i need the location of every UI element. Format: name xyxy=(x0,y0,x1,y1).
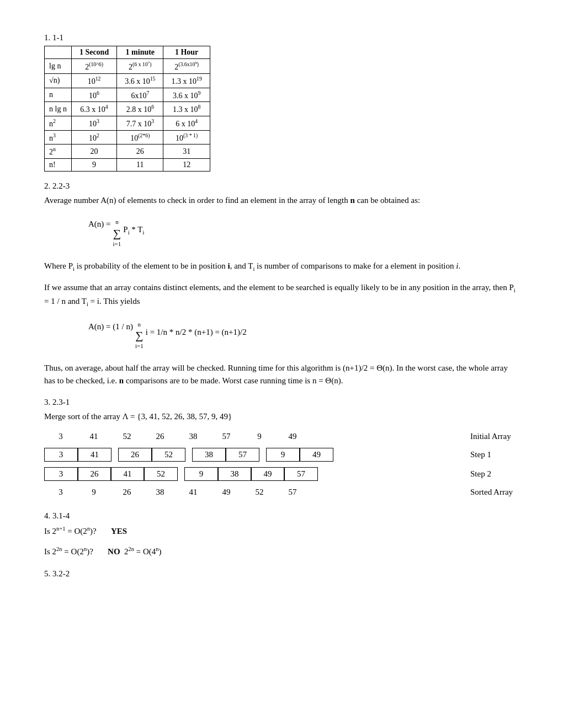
formula2-lhs: A(n) = (1 / n) xyxy=(88,319,133,334)
section-2-para3: If we assume that an array contains dist… xyxy=(44,281,519,309)
cell-0: 3 xyxy=(44,431,77,442)
section-2-para1: Average number A(n) of elements to check… xyxy=(44,194,519,207)
cell-s6: 52 xyxy=(243,486,276,498)
section-2-para4: Thus, on average, about half the array w… xyxy=(44,362,519,388)
section-2-para2: Where Pi is probability of the element t… xyxy=(44,260,519,274)
formula-sum: n ∑ i=1 xyxy=(113,217,121,250)
table-row: n3 102 10(2*6) 10(3 * 1) xyxy=(45,130,210,144)
step1-groups: 3 41 26 52 38 57 9 49 xyxy=(44,448,464,462)
cell: 52 xyxy=(144,468,177,480)
cell: 9 xyxy=(267,448,300,461)
table-cell: 7.7 x 103 xyxy=(117,116,163,130)
table-cell: 3.6 x 1015 xyxy=(117,73,163,88)
section-4-title: 4. 3.1-4 xyxy=(44,511,519,521)
cell: 49 xyxy=(300,448,333,461)
formula2-sum: n ∑ i=1 xyxy=(135,319,144,352)
step1-label: Step 1 xyxy=(464,450,519,459)
step1-group-2: 26 52 xyxy=(118,448,185,462)
sorted-array-cells: 3 9 26 38 41 49 52 57 xyxy=(44,486,464,498)
cell: 41 xyxy=(111,468,144,480)
table-cell: 6.3 x 104 xyxy=(71,102,116,116)
step2-label: Step 2 xyxy=(464,469,519,479)
formula-2: A(n) = (1 / n) n ∑ i=1 i = 1/n * n/2 * (… xyxy=(88,319,519,352)
row-label: n xyxy=(45,88,72,102)
step1-group-3: 38 57 xyxy=(192,448,259,462)
table-1-1: 1 Second 1 minute 1 Hour lg n 2(10^6) 2(… xyxy=(44,46,210,172)
formula2-rhs: i = 1/n * n/2 * (n+1) = (n+1)/2 xyxy=(146,325,247,340)
cell-3: 26 xyxy=(144,431,177,442)
step2-groups: 3 26 41 52 9 38 49 57 xyxy=(44,467,464,481)
section-1-title: 1. 1-1 xyxy=(44,33,519,42)
table-cell: 31 xyxy=(163,144,210,159)
table-cell: 10(3 * 1) xyxy=(163,130,210,144)
step1-group-1: 3 41 xyxy=(44,448,111,462)
cell-4: 38 xyxy=(177,431,210,442)
col-header-empty xyxy=(45,46,72,59)
cell: 26 xyxy=(119,448,152,461)
sorted-array-row: 3 9 26 38 41 49 52 57 Sorted Array xyxy=(44,486,519,498)
q4-line-2: Is 22n = O(2n)? NO 22n = O(4n) xyxy=(44,544,519,559)
cell: 57 xyxy=(226,448,259,461)
cell-s4: 41 xyxy=(177,486,210,498)
cell-6: 9 xyxy=(243,431,276,442)
step2-group-2: 9 38 49 57 xyxy=(184,467,318,481)
table-cell: 106 xyxy=(71,88,116,102)
sorted-array-label: Sorted Array xyxy=(464,488,519,497)
col-header-hour: 1 Hour xyxy=(163,46,210,59)
cell-1: 41 xyxy=(77,431,110,442)
initial-array-row: 3 41 52 26 38 57 9 49 Initial Array xyxy=(44,431,519,442)
cell-s5: 49 xyxy=(210,486,243,498)
cell: 52 xyxy=(152,448,185,461)
step2-row: 3 26 41 52 9 38 49 57 Step 2 xyxy=(44,467,519,481)
row-label: lg n xyxy=(45,59,72,74)
cell: 38 xyxy=(193,448,226,461)
cell: 9 xyxy=(185,468,218,480)
cell: 57 xyxy=(284,468,317,480)
section-2: 2. 2.2-3 Average number A(n) of elements… xyxy=(44,181,519,388)
row-label: n3 xyxy=(45,130,72,144)
formula-rhs: Pi * Ti xyxy=(123,222,144,238)
table-row: n2 103 7.7 x 103 6 x 104 xyxy=(45,116,210,130)
section-4: 4. 3.1-4 Is 2n+1 = O(2n)? YES Is 22n = O… xyxy=(44,511,519,559)
table-cell: 2(3.6x109) xyxy=(163,59,210,74)
formula-lhs: A(n) = xyxy=(88,217,111,232)
cell: 49 xyxy=(251,468,284,480)
table-cell: 1.3 x 108 xyxy=(163,102,210,116)
col-header-second: 1 Second xyxy=(71,46,116,59)
cell-s2: 26 xyxy=(110,486,144,498)
cell: 41 xyxy=(78,448,111,461)
table-cell: 26 xyxy=(117,144,163,159)
table-cell: 12 xyxy=(163,158,210,171)
col-header-minute: 1 minute xyxy=(117,46,163,59)
cell: 38 xyxy=(218,468,251,480)
merge-diagram: 3 41 52 26 38 57 9 49 Initial Array 3 41… xyxy=(44,431,519,498)
table-cell: 2(10^6) xyxy=(71,59,116,74)
cell: 26 xyxy=(78,468,111,480)
table-cell: 20 xyxy=(71,144,116,159)
formula-1: A(n) = n ∑ i=1 Pi * Ti xyxy=(88,217,519,250)
table-cell: 102 xyxy=(71,130,116,144)
table-row: 2n 20 26 31 xyxy=(45,144,210,159)
table-cell: 103 xyxy=(71,116,116,130)
table-cell: 2.8 x 106 xyxy=(117,102,163,116)
cell-2: 52 xyxy=(110,431,144,442)
row-label: 2n xyxy=(45,144,72,159)
row-label: n lg n xyxy=(45,102,72,116)
step1-group-4: 9 49 xyxy=(266,448,333,462)
step2-group-1: 3 26 41 52 xyxy=(44,467,178,481)
table-cell: 1012 xyxy=(71,73,116,88)
table-cell: 9 xyxy=(71,158,116,171)
cell-s3: 38 xyxy=(144,486,177,498)
row-label: n2 xyxy=(45,116,72,130)
table-row: n 106 6x107 3.6 x 109 xyxy=(45,88,210,102)
cell-s0: 3 xyxy=(44,486,77,498)
section-1: 1. 1-1 1 Second 1 minute 1 Hour lg n 2(1… xyxy=(44,33,519,172)
table-cell: 11 xyxy=(117,158,163,171)
table-cell: 2(6 x 107) xyxy=(117,59,163,74)
row-label: n! xyxy=(45,158,72,171)
initial-array-label: Initial Array xyxy=(464,432,519,441)
q4-line-1: Is 2n+1 = O(2n)? YES xyxy=(44,524,519,539)
table-row: n! 9 11 12 xyxy=(45,158,210,171)
table-cell: 10(2*6) xyxy=(117,130,163,144)
cell: 3 xyxy=(45,468,78,480)
